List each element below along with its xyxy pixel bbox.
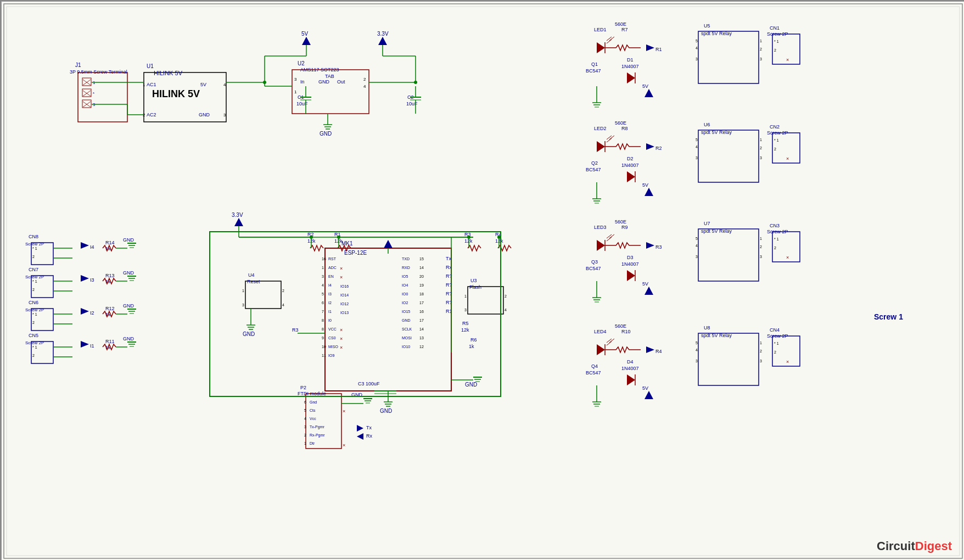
svg-text:R12: R12: [105, 306, 115, 311]
svg-text:GND: GND: [465, 382, 477, 388]
svg-text:Screw 2P: Screw 2P: [767, 229, 788, 234]
svg-text:Q4: Q4: [591, 363, 598, 369]
svg-text:U8: U8: [704, 325, 710, 331]
svg-text:3: 3: [760, 156, 762, 160]
svg-text:560E: 560E: [615, 323, 626, 329]
svg-text:4: 4: [282, 303, 284, 307]
svg-text:13: 13: [419, 336, 424, 340]
svg-text:3: 3: [464, 308, 467, 312]
svg-rect-0: [1, 1, 964, 560]
svg-text:CN6: CN6: [29, 300, 38, 305]
svg-text:14: 14: [419, 327, 424, 331]
svg-text:LED2: LED2: [594, 126, 607, 131]
svg-text:AC1: AC1: [147, 82, 156, 87]
svg-text:5: 5: [696, 39, 698, 43]
svg-text:5: 5: [696, 237, 698, 240]
svg-text:2: 2: [760, 245, 762, 249]
svg-text:3P 9.5mm Screw Terminal: 3P 9.5mm Screw Terminal: [70, 69, 127, 75]
svg-text:5V: 5V: [642, 281, 648, 287]
svg-text:HILINK 5V: HILINK 5V: [154, 70, 183, 76]
svg-text:Vcc: Vcc: [310, 417, 316, 421]
svg-text:* 1: * 1: [32, 345, 37, 349]
brand-prefix: Circuit: [877, 539, 915, 553]
svg-text:3: 3: [322, 275, 324, 278]
svg-text:GND: GND: [243, 331, 255, 337]
svg-text:IO16: IO16: [340, 284, 349, 288]
svg-text:IO14: IO14: [340, 293, 349, 297]
svg-text:D1: D1: [627, 57, 634, 63]
svg-text:U1: U1: [147, 63, 154, 69]
svg-text:3: 3: [304, 425, 306, 429]
svg-text:* 1: * 1: [32, 312, 37, 316]
svg-text:I0: I0: [328, 318, 332, 322]
svg-text:2: 2: [32, 354, 35, 357]
svg-text:CN5: CN5: [29, 333, 38, 338]
svg-text:U2: U2: [298, 60, 305, 66]
svg-text:3: 3: [242, 303, 244, 307]
svg-text:3: 3: [696, 57, 698, 61]
svg-text:×: ×: [786, 255, 789, 260]
svg-text:2: 2: [32, 288, 35, 292]
svg-text:U3: U3: [470, 278, 477, 283]
svg-text:R3: R3: [655, 244, 662, 250]
svg-text:20: 20: [419, 275, 424, 278]
svg-text:8: 8: [322, 318, 324, 322]
svg-text:15: 15: [419, 257, 424, 261]
svg-text:10uF: 10uF: [406, 101, 418, 107]
svg-text:U4: U4: [248, 272, 255, 278]
svg-text:CN4: CN4: [770, 327, 780, 333]
svg-text:I3: I3: [90, 277, 94, 283]
svg-text:1: 1: [322, 266, 324, 270]
svg-text:MK1: MK1: [341, 240, 353, 247]
svg-text:4: 4: [505, 308, 507, 312]
svg-text:1: 1: [304, 441, 306, 445]
svg-text:U6: U6: [704, 122, 710, 127]
svg-text:R2: R2: [655, 145, 662, 151]
svg-text:5V: 5V: [200, 82, 206, 87]
svg-text:I4: I4: [90, 244, 94, 250]
svg-text:16: 16: [419, 310, 424, 313]
svg-text:5V: 5V: [642, 83, 648, 89]
svg-text:11: 11: [322, 354, 326, 357]
svg-text:1N4007: 1N4007: [621, 64, 639, 69]
svg-point-75: [414, 81, 417, 84]
svg-text:1: 1: [242, 289, 244, 293]
svg-text:BC547: BC547: [586, 370, 601, 376]
svg-text:560E: 560E: [615, 21, 626, 27]
svg-text:Screw 1: Screw 1: [874, 312, 903, 321]
svg-text:5V: 5V: [301, 31, 309, 37]
svg-text:18: 18: [419, 292, 424, 296]
svg-text:VCC: VCC: [328, 327, 337, 331]
svg-text:5V: 5V: [642, 182, 648, 188]
svg-text:IO10: IO10: [402, 345, 410, 349]
svg-text:×: ×: [340, 345, 343, 350]
svg-text:LED1: LED1: [594, 27, 607, 32]
svg-text:4: 4: [322, 283, 324, 287]
svg-text:Cts: Cts: [310, 408, 316, 412]
svg-text:Q3: Q3: [591, 259, 598, 265]
svg-text:In: In: [300, 79, 305, 85]
svg-text:×: ×: [340, 266, 343, 271]
svg-text:P2: P2: [300, 385, 306, 390]
svg-text:1: 1: [760, 341, 762, 345]
svg-text:BC547: BC547: [586, 68, 601, 74]
svg-text:CN3: CN3: [770, 223, 780, 228]
svg-text:×: ×: [340, 336, 343, 341]
svg-text:4: 4: [223, 82, 226, 87]
svg-text:FTDI module: FTDI module: [298, 391, 326, 396]
svg-text:GND: GND: [199, 112, 210, 117]
svg-text:19: 19: [419, 283, 424, 287]
svg-text:EN: EN: [328, 275, 334, 278]
svg-text:2: 2: [282, 289, 284, 293]
svg-text:GND: GND: [123, 237, 134, 243]
svg-text:* 1: * 1: [774, 138, 779, 142]
svg-text:CS0: CS0: [328, 336, 336, 340]
svg-text:Reset: Reset: [247, 279, 260, 284]
svg-text:6: 6: [322, 301, 324, 305]
svg-text:9: 9: [322, 336, 324, 340]
svg-text:AMS117 SOT223: AMS117 SOT223: [300, 67, 339, 72]
svg-text:5V: 5V: [642, 385, 648, 391]
svg-text:R9: R9: [621, 225, 628, 230]
svg-text:3.3V: 3.3V: [232, 212, 243, 218]
svg-text:×: ×: [343, 408, 345, 414]
